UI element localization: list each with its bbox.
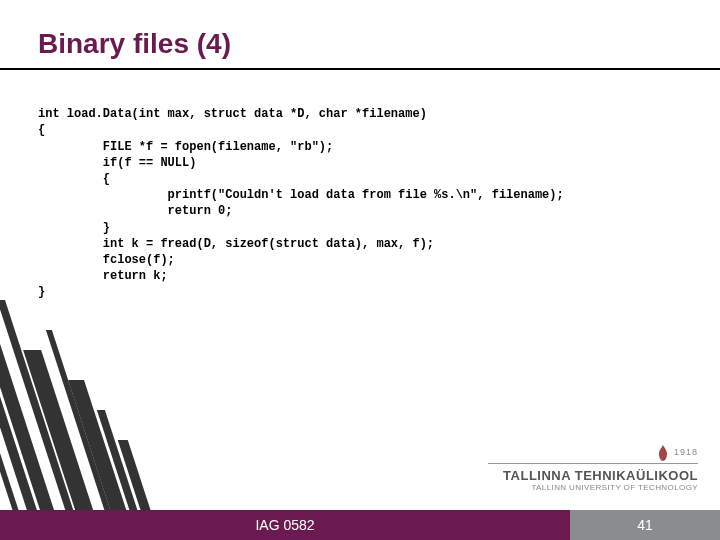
logo-flame-icon [656,445,670,461]
logo-sub-text: TALLINN UNIVERSITY OF TECHNOLOGY [488,483,698,492]
code-line: return 0; [38,204,232,218]
background-graphic [0,280,180,540]
code-line: return k; [38,269,168,283]
footer-course-code: IAG 0582 [0,510,570,540]
code-line: } [38,285,45,299]
code-line: int load.Data(int max, struct data *D, c… [38,107,427,121]
code-block: int load.Data(int max, struct data *D, c… [38,90,564,300]
slide-title: Binary files (4) [38,28,231,60]
code-line: fclose(f); [38,253,175,267]
university-logo: 1918 TALLINNA TEHNIKAÜLIKOOL TALLINN UNI… [488,445,698,492]
title-underline [0,68,720,70]
code-line: { [38,172,110,186]
footer-page-number: 41 [570,510,720,540]
code-line: FILE *f = fopen(filename, "rb"); [38,140,333,154]
code-line: { [38,123,45,137]
code-line: int k = fread(D, sizeof(struct data), ma… [38,237,434,251]
code-line: } [38,221,110,235]
logo-divider [488,463,698,464]
code-line: printf("Couldn't load data from file %s.… [38,188,564,202]
footer-bar: IAG 0582 41 [0,510,720,540]
logo-year: 1918 [488,445,698,461]
code-line: if(f == NULL) [38,156,196,170]
logo-main-text: TALLINNA TEHNIKAÜLIKOOL [488,468,698,483]
logo-year-text: 1918 [674,447,698,457]
